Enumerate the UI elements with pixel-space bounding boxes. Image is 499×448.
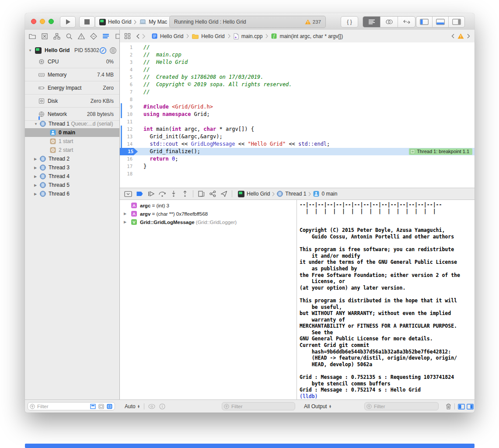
line-number[interactable]: 6 — [120, 81, 138, 88]
forward-button[interactable] — [142, 34, 146, 39]
find-navigator-icon[interactable] — [64, 32, 74, 41]
memory-graph-button[interactable] — [207, 189, 218, 198]
breadcrumb-group[interactable]: Hello Grid — [201, 33, 224, 39]
filter-flagged-toggle-icon[interactable] — [98, 403, 105, 410]
line-number[interactable]: 3 — [120, 59, 138, 66]
stack-frame-row[interactable]: 1 start — [25, 137, 119, 146]
code-line-15[interactable]: 15 Grid_finalize();Thread 1: breakpoint … — [120, 148, 475, 155]
step-into-button[interactable] — [168, 189, 179, 198]
symbol-navigator-icon[interactable] — [52, 32, 62, 41]
line-number[interactable]: 5 — [120, 74, 138, 81]
issue-navigator-icon[interactable] — [77, 32, 86, 41]
disclosure-triangle-icon[interactable]: ▶ — [34, 183, 37, 187]
filter-input[interactable] — [36, 403, 88, 410]
variables-filter-field[interactable] — [222, 402, 295, 410]
library-button[interactable]: { } — [341, 16, 358, 28]
thread-row[interactable]: ▶Thread 3 — [25, 163, 119, 172]
variables-scope-selector[interactable]: Auto ▲▼ — [125, 402, 140, 411]
scheme-selector[interactable]: Hello Grid My Mac — [95, 16, 171, 28]
line-number[interactable]: 16 — [120, 155, 138, 163]
gauge-row-network[interactable]: Network208 bytes/s — [25, 108, 119, 121]
version-editor-button[interactable] — [398, 17, 415, 27]
warning-icon[interactable] — [457, 33, 464, 39]
related-items-icon[interactable] — [124, 33, 131, 39]
line-number[interactable]: 8 — [120, 96, 138, 103]
gauge-row-memory[interactable]: Memory7.4 MB — [25, 68, 119, 81]
minimize-button[interactable] — [40, 19, 45, 24]
code-line-7[interactable]: 7// — [120, 88, 475, 96]
code-line-4[interactable]: 4// — [120, 66, 475, 74]
step-over-button[interactable] — [157, 189, 168, 198]
debug-crumb-frame[interactable]: 0 main — [321, 191, 337, 197]
warning-count-badge[interactable]: 237 — [305, 19, 325, 24]
next-issue-button[interactable] — [467, 34, 470, 38]
threads-view-icon[interactable] — [109, 47, 117, 54]
debug-navigator-icon[interactable] — [101, 32, 111, 41]
gauge-row-disk[interactable]: DiskZero KB/s — [25, 94, 119, 108]
hide-debug-area-button[interactable] — [122, 189, 134, 198]
line-number[interactable]: 18 — [120, 170, 138, 178]
quick-look-icon[interactable] — [148, 403, 155, 410]
line-number[interactable]: 12 — [120, 126, 138, 133]
code-line-1[interactable]: 1// — [120, 44, 475, 51]
thread-row[interactable]: ▶Thread 5 — [25, 181, 119, 189]
code-line-8[interactable]: 8 — [120, 96, 475, 103]
zoom-button[interactable] — [49, 19, 54, 24]
disclosure-triangle-icon[interactable]: ▼ — [34, 122, 38, 126]
filter-input[interactable] — [230, 403, 293, 410]
simulate-location-button[interactable] — [218, 189, 230, 198]
stack-frame-row[interactable]: 0 main — [25, 128, 119, 137]
line-number[interactable]: 2 — [120, 51, 138, 59]
line-number[interactable]: 4 — [120, 66, 138, 74]
run-button[interactable] — [60, 16, 76, 28]
project-navigator-icon[interactable] — [28, 32, 37, 41]
back-button[interactable] — [136, 34, 140, 39]
variable-row[interactable]: Aargc = (int) 3 — [120, 201, 297, 210]
line-number[interactable]: 14 — [120, 140, 138, 148]
stop-button[interactable] — [79, 16, 95, 28]
code-line-17[interactable]: 17} — [120, 163, 475, 170]
source-control-navigator-icon[interactable] — [40, 32, 49, 41]
code-line-5[interactable]: 5// Created by s1786208 on 17/03/2019. — [120, 74, 475, 81]
line-number[interactable]: 11 — [120, 118, 138, 126]
variables-view[interactable]: Aargc = (int) 3▶Aargv = (char **) 0x7ffe… — [120, 200, 297, 399]
code-line-3[interactable]: 3// Hello Grid — [120, 59, 475, 66]
thread-row[interactable]: ▶Thread 4 — [25, 172, 119, 181]
disclosure-triangle-icon[interactable]: ▼ — [28, 49, 32, 52]
show-variables-view-toggle[interactable] — [458, 403, 465, 410]
line-number[interactable]: 10 — [120, 111, 138, 118]
clear-console-icon[interactable] — [445, 403, 452, 409]
code-line-6[interactable]: 6// Copyright © 2019 sopa. All rights re… — [120, 81, 475, 88]
debug-gauges-icon[interactable] — [99, 47, 107, 54]
breakpoint-hit-badge[interactable]: Thread 1: breakpoint 1.1 — [409, 148, 472, 155]
inspector-panel-toggle[interactable] — [449, 17, 464, 27]
disclosure-triangle-icon[interactable]: ▶ — [124, 220, 126, 224]
console-view[interactable]: --|--|--|--|--|--|--|--|--|--|--|--|--|-… — [297, 200, 475, 399]
code-line-11[interactable]: 11 — [120, 118, 475, 126]
standard-editor-button[interactable] — [363, 17, 380, 27]
disclosure-triangle-icon[interactable]: ▶ — [34, 192, 37, 196]
previous-issue-button[interactable] — [451, 34, 454, 38]
disclosure-triangle-icon[interactable]: ▶ — [34, 157, 37, 161]
line-number[interactable]: 17 — [120, 163, 138, 170]
close-button[interactable] — [31, 19, 36, 24]
filter-stack-toggle-icon[interactable] — [106, 403, 113, 410]
disclosure-triangle-icon[interactable]: ▶ — [124, 212, 126, 216]
continue-button[interactable] — [145, 189, 157, 198]
filter-input[interactable] — [373, 403, 436, 410]
code-line-2[interactable]: 2// main.cpp — [120, 51, 475, 59]
variable-row[interactable]: ▶VGrid::GridLogMessage (Grid::GridLogger… — [120, 218, 297, 226]
gauge-row-energy[interactable]: Energy ImpactZero — [25, 81, 119, 94]
line-number[interactable]: 1 — [120, 44, 138, 51]
code-line-9[interactable]: 9#include <Grid/Grid.h> — [120, 103, 475, 111]
code-line-13[interactable]: 13 Grid_init(&argc,&argv); — [120, 133, 475, 140]
view-hierarchy-button[interactable] — [195, 189, 207, 198]
console-filter-field[interactable] — [364, 402, 439, 410]
code-line-16[interactable]: 16 return 0; — [120, 155, 475, 163]
source-editor[interactable]: 1//2// main.cpp3// Hello Grid4//5// Crea… — [120, 42, 475, 188]
filter-running-toggle-icon[interactable] — [89, 403, 96, 410]
show-console-toggle[interactable] — [467, 403, 474, 410]
navigator-panel-toggle[interactable] — [416, 17, 433, 27]
breadcrumb-symbol[interactable]: main(int argc, char * argv[]) — [279, 33, 343, 39]
debug-area-panel-toggle[interactable] — [433, 17, 449, 27]
